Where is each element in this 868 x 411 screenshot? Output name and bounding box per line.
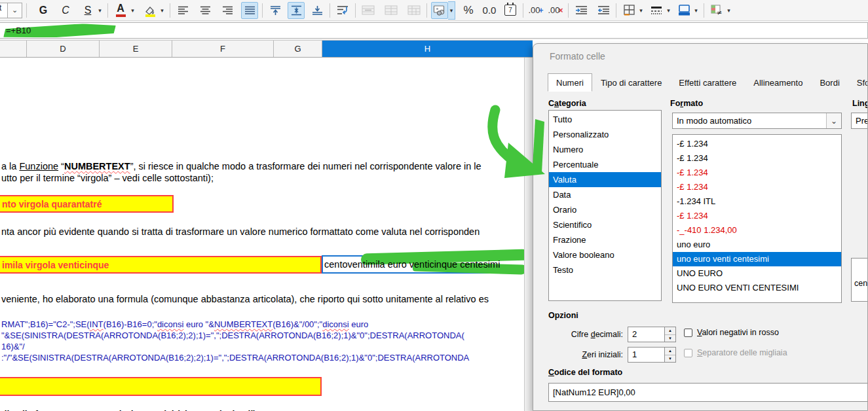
border-color-button[interactable] xyxy=(675,2,692,19)
tab-allineamento[interactable]: Allineamento xyxy=(745,73,811,92)
format-dropdown[interactable]: In modo automatico xyxy=(672,113,842,129)
format-item[interactable]: -£ 1.234 xyxy=(673,209,841,223)
tab-numeri[interactable]: Numeri xyxy=(548,73,592,92)
format-item[interactable]: UNO EURO VENTI CENTESIMI xyxy=(673,281,841,295)
border-color-dropdown-icon[interactable] xyxy=(692,2,700,19)
spin-up-icon[interactable]: ▲ xyxy=(665,348,675,355)
highlight-dropdown-icon[interactable] xyxy=(159,2,166,19)
column-header-f[interactable]: F xyxy=(172,41,274,57)
yellow-cell-venticinque[interactable]: imila virgola venticinque xyxy=(0,256,322,274)
tab-sfondo[interactable]: Sfondo xyxy=(848,73,868,92)
yellow-cell-quarantatre[interactable]: nto virgola quarantatré xyxy=(0,195,174,213)
category-item[interactable]: Testo xyxy=(549,262,661,277)
checkbox-icon[interactable] xyxy=(684,329,692,337)
dialog-title: Formato celle xyxy=(550,51,605,62)
conditional-formatting-button[interactable]: ≠ xyxy=(708,2,725,19)
align-right-button[interactable] xyxy=(219,2,236,19)
spin-down-icon[interactable]: ▼ xyxy=(665,334,675,342)
category-item[interactable]: Frazione xyxy=(549,232,661,247)
borders-dropdown-icon[interactable] xyxy=(637,2,645,19)
toolbar-separator xyxy=(26,3,27,18)
currency-dropdown-icon[interactable] xyxy=(448,1,455,20)
checkbox-icon xyxy=(684,349,692,357)
formula-input[interactable]: =+B10 xyxy=(0,22,868,39)
category-item-selected[interactable]: Valuta xyxy=(549,172,661,187)
format-item[interactable]: -£ 1.234 xyxy=(673,137,841,151)
category-item[interactable]: Valore booleano xyxy=(549,247,661,262)
format-item-selected[interactable]: uno euro venti centesimi xyxy=(673,252,841,266)
chevron-down-icon[interactable] xyxy=(826,113,841,128)
font-name-fragment[interactable]: t xyxy=(0,3,8,18)
decimals-value[interactable]: 2 xyxy=(628,327,665,342)
category-item[interactable]: Numero xyxy=(549,142,661,157)
underline-button[interactable]: S xyxy=(79,2,96,19)
format-item[interactable]: -1.234 ITL xyxy=(673,194,841,209)
font-name-dropdown-icon[interactable] xyxy=(8,3,22,18)
align-center-icon xyxy=(200,5,211,15)
column-header-h-selected[interactable]: H xyxy=(322,41,533,57)
font-color-button[interactable]: A xyxy=(112,2,129,19)
category-item[interactable]: Data xyxy=(549,187,661,202)
leading-zeros-spinner[interactable]: 1 ▲ ▼ xyxy=(628,347,676,363)
wrap-text-button[interactable] xyxy=(334,2,351,19)
format-item[interactable]: UNO EURO xyxy=(673,266,841,281)
column-header-d[interactable]: D xyxy=(27,41,100,57)
negative-red-checkbox-row[interactable]: Valori negativi in rosso xyxy=(684,328,779,337)
format-item[interactable]: -_-410 1.234,00 xyxy=(673,223,841,238)
format-item[interactable]: -£ 1.234 xyxy=(673,151,841,166)
italic-button[interactable]: C xyxy=(57,2,74,19)
merge-and-center-button[interactable] xyxy=(360,2,377,19)
border-style-dropdown-icon[interactable] xyxy=(665,2,672,19)
tab-tipo-di-carattere[interactable]: Tipo di carattere xyxy=(592,73,670,92)
font-name-combobox[interactable]: t xyxy=(0,3,22,18)
align-top-button[interactable] xyxy=(267,2,284,19)
category-item[interactable]: Percentuale xyxy=(549,157,661,172)
font-color-dropdown-icon[interactable] xyxy=(129,2,136,19)
number-format-button[interactable]: 0.0 xyxy=(481,2,498,19)
add-decimal-button[interactable]: .00 + xyxy=(527,2,544,19)
format-item[interactable]: -£ 1.234 xyxy=(673,166,841,180)
language-dropdown[interactable]: Predefinito xyxy=(851,113,868,129)
thousands-separator-checkbox-row[interactable]: Separatore delle migliaia xyxy=(684,348,787,357)
yellow-cell-empty-1[interactable] xyxy=(0,377,322,396)
currency-format-button[interactable] xyxy=(431,2,448,19)
merge-cells-button[interactable] xyxy=(383,2,400,19)
date-format-button[interactable]: 7 xyxy=(502,2,519,19)
vertical-scrollbar[interactable] xyxy=(524,58,533,411)
category-item[interactable]: Scientifico xyxy=(549,217,661,232)
leading-zeros-value[interactable]: 1 xyxy=(628,347,665,363)
underline-dropdown-icon[interactable] xyxy=(96,2,104,19)
delete-decimal-button[interactable]: .00 × xyxy=(547,2,564,19)
tab-effetti-carattere[interactable]: Effetti carattere xyxy=(670,73,745,92)
percent-format-button[interactable]: % xyxy=(460,2,477,19)
align-center-button[interactable] xyxy=(197,2,214,19)
borders-button[interactable] xyxy=(620,2,637,19)
spin-up-icon[interactable]: ▲ xyxy=(665,327,675,334)
justify-button[interactable] xyxy=(241,2,258,19)
unmerge-cells-button[interactable] xyxy=(406,2,423,19)
category-item[interactable]: Orario xyxy=(549,202,661,217)
highlight-color-button[interactable] xyxy=(142,2,159,19)
conditional-formatting-dropdown-icon[interactable] xyxy=(725,2,732,19)
format-item[interactable]: uno euro xyxy=(673,238,841,252)
row-header-stub[interactable] xyxy=(0,41,27,57)
align-left-button[interactable] xyxy=(174,2,191,19)
category-item[interactable]: Tutto xyxy=(549,112,661,127)
border-style-button[interactable] xyxy=(648,2,665,19)
format-item[interactable]: -£ 1.234 xyxy=(673,180,841,194)
spin-down-icon[interactable]: ▼ xyxy=(665,355,675,363)
format-code-input[interactable]: [NatNum12 EUR]0,00 xyxy=(548,383,868,402)
category-item[interactable]: Personalizzato xyxy=(549,127,661,142)
column-header-e[interactable]: E xyxy=(100,41,172,57)
spreadsheet-area[interactable]: a la Funzione “NUMBERTEXT”, si riesce in… xyxy=(0,58,524,411)
negative-red-label: Valori negativi in rosso xyxy=(697,328,779,337)
increase-indent-button[interactable] xyxy=(573,2,590,19)
bold-button[interactable]: G xyxy=(35,2,52,19)
center-vertically-button[interactable] xyxy=(288,2,305,19)
decimals-spinner[interactable]: 2 ▲ ▼ xyxy=(628,327,676,342)
number-format-icon: 0.0 xyxy=(483,5,497,16)
column-header-g[interactable]: G xyxy=(274,41,322,57)
tab-bordi[interactable]: Bordi xyxy=(811,73,848,92)
decrease-indent-button[interactable] xyxy=(595,2,612,19)
align-bottom-button[interactable] xyxy=(309,2,326,19)
